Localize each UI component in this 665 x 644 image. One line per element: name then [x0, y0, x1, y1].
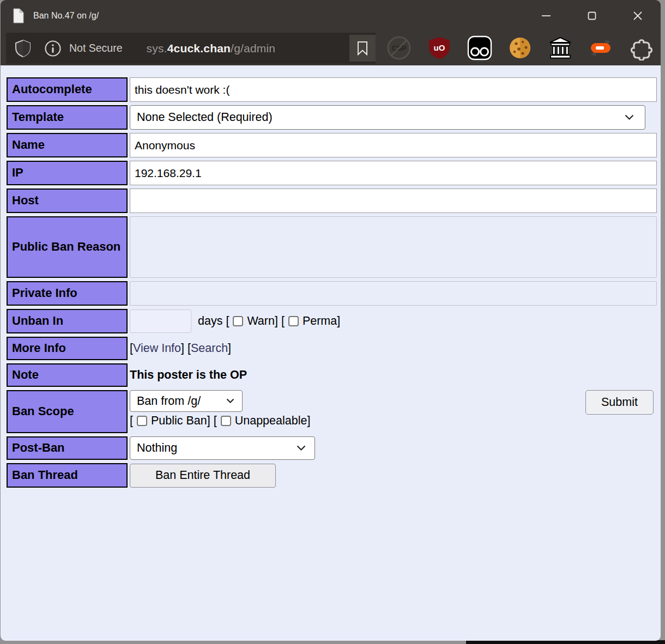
ban-scope-options: [ Public Ban] [ Unappealable]: [130, 414, 310, 428]
label-ban-scope: Ban Scope: [7, 390, 128, 433]
autocomplete-input[interactable]: [130, 77, 657, 102]
shield-icon[interactable]: [15, 39, 31, 58]
bookmark-icon: [357, 41, 368, 56]
template-selected-value: None Selected (Required): [137, 111, 273, 124]
bracket-close: ]: [228, 342, 231, 355]
ip-input[interactable]: [130, 161, 657, 185]
public-ban-text: Public Ban] [: [151, 414, 217, 428]
extension-icons: CSP uO: [386, 35, 654, 60]
label-name: Name: [7, 133, 128, 157]
label-post-ban: Post-Ban: [7, 436, 128, 460]
url-domain: 4cuck.chan: [167, 42, 231, 54]
minimize-button[interactable]: [523, 0, 569, 31]
row-more-info: [View Info] [Search]: [130, 337, 657, 360]
clearurls-extension-icon[interactable]: [588, 35, 613, 60]
warn-checkbox[interactable]: [233, 316, 243, 326]
ublock-origin-icon[interactable]: uO: [427, 35, 452, 60]
ban-scope-selected-value: Ban from /g/: [137, 394, 201, 408]
chevron-down-icon: [297, 445, 306, 451]
label-template: Template: [7, 105, 128, 130]
window-title: Ban No.47 on /g/: [33, 11, 99, 21]
label-ban-thread: Ban Thread: [7, 463, 128, 488]
search-link[interactable]: Search: [191, 342, 228, 355]
row-public-ban-reason: [130, 216, 657, 278]
bracket-open: [: [130, 414, 133, 428]
url-path: /g/admin: [231, 42, 275, 54]
bracket-mid: ] [: [181, 342, 191, 355]
public-ban-checkbox[interactable]: [137, 416, 147, 426]
row-ban-scope: Ban from /g/ [ Public Ban] [ Unappealabl…: [130, 390, 657, 433]
view-info-link[interactable]: View Info: [133, 342, 181, 355]
submit-button[interactable]: Submit: [585, 390, 654, 415]
close-button[interactable]: [615, 0, 661, 31]
ban-entire-thread-button[interactable]: Ban Entire Thread: [130, 464, 276, 488]
template-select[interactable]: None Selected (Required): [130, 105, 645, 130]
page-document-icon: [13, 8, 25, 23]
maximize-button[interactable]: [569, 0, 615, 31]
csp-extension-icon[interactable]: CSP: [386, 35, 412, 60]
days-text: days [: [198, 314, 229, 328]
not-secure-label[interactable]: Not Secure: [69, 42, 123, 54]
extensions-puzzle-icon[interactable]: [628, 35, 654, 60]
chevron-down-icon: [226, 398, 234, 404]
svg-text:uO: uO: [434, 43, 445, 52]
label-autocomplete: Autocomplete: [7, 77, 128, 102]
row-template: None Selected (Required): [130, 105, 657, 130]
label-unban-in: Unban In: [7, 309, 128, 333]
row-host: [130, 189, 657, 213]
url-text[interactable]: sys.4cuck.chan/g/admin: [147, 42, 276, 55]
row-private-info: [130, 281, 657, 306]
ban-form: Autocomplete Template None Selected (Req…: [7, 77, 661, 488]
warn-text: Warn] [: [247, 314, 285, 328]
label-private-info: Private Info: [7, 281, 128, 306]
label-host: Host: [7, 189, 128, 213]
name-input[interactable]: [130, 133, 657, 157]
perma-text: Perma]: [303, 314, 340, 328]
label-ip: IP: [7, 161, 128, 185]
row-post-ban: Nothing: [130, 436, 657, 460]
row-name: [130, 133, 657, 157]
close-icon: [633, 11, 643, 21]
label-public-ban-reason: Public Ban Reason: [7, 216, 128, 278]
note-text: This poster is the OP: [130, 368, 247, 382]
chevron-down-icon: [625, 114, 634, 120]
unappealable-checkbox[interactable]: [221, 416, 231, 426]
host-input[interactable]: [130, 189, 657, 213]
maximize-icon: [587, 11, 597, 21]
row-unban-in: days [ Warn] [ Perma]: [130, 309, 657, 333]
public-ban-reason-textarea[interactable]: [130, 216, 657, 278]
row-note: This poster is the OP: [130, 363, 657, 387]
bookmark-button[interactable]: [349, 35, 376, 62]
perma-checkbox[interactable]: [288, 316, 299, 326]
browser-window: Ban No.47 on /g/: [1, 0, 661, 641]
post-ban-selected-value: Nothing: [137, 441, 177, 455]
row-ban-thread: Ban Entire Thread: [130, 463, 657, 488]
minimize-icon: [541, 11, 551, 21]
row-ip: [130, 161, 657, 185]
title-bar: Ban No.47 on /g/: [1, 0, 661, 31]
browser-toolbar: Not Secure sys.4cuck.chan/g/admin CSP: [1, 31, 661, 65]
label-more-info: More Info: [7, 337, 128, 360]
private-info-textarea[interactable]: [130, 281, 657, 306]
info-icon[interactable]: [44, 40, 62, 57]
archive-extension-icon[interactable]: [548, 35, 573, 60]
label-note: Note: [7, 363, 128, 387]
post-ban-select[interactable]: Nothing: [130, 436, 315, 460]
two-circles-extension-icon[interactable]: [467, 35, 492, 60]
window-controls: [523, 0, 661, 31]
unappealable-text: Unappealable]: [235, 414, 311, 428]
row-autocomplete: [130, 77, 657, 102]
address-bar[interactable]: Not Secure sys.4cuck.chan/g/admin: [6, 33, 376, 64]
cookie-extension-icon[interactable]: [507, 35, 533, 60]
unban-days-input[interactable]: [130, 309, 191, 333]
desktop-background-strip: [466, 640, 665, 644]
url-prefix: sys.: [147, 42, 167, 54]
ban-scope-select[interactable]: Ban from /g/: [130, 390, 243, 412]
